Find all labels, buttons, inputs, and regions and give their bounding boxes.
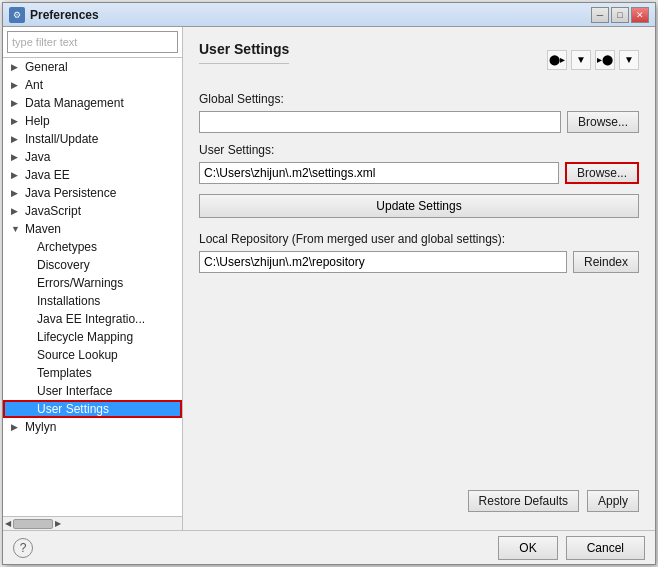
cancel-button[interactable]: Cancel (566, 536, 645, 560)
close-button[interactable]: ✕ (631, 7, 649, 23)
sidebar-item-source-lookup[interactable]: Source Lookup (3, 346, 182, 364)
reindex-button[interactable]: Reindex (573, 251, 639, 273)
sidebar-item-label: Mylyn (25, 420, 56, 434)
sidebar-item-mylyn[interactable]: ▶ Mylyn (3, 418, 182, 436)
footer: ? OK Cancel (3, 530, 655, 564)
arrow-icon: ▶ (11, 80, 23, 90)
arrow-icon: ▶ (11, 188, 23, 198)
arrow-icon (23, 242, 35, 252)
sidebar-item-label: Archetypes (37, 240, 97, 254)
apply-button[interactable]: Apply (587, 490, 639, 512)
arrow-icon: ▶ (11, 62, 23, 72)
sidebar-item-label: General (25, 60, 68, 74)
sidebar-item-label: Java Persistence (25, 186, 116, 200)
user-settings-input[interactable] (199, 162, 559, 184)
sidebar-item-label: Help (25, 114, 50, 128)
sidebar-item-label: Ant (25, 78, 43, 92)
scroll-left-icon[interactable]: ◀ (5, 519, 11, 528)
titlebar-buttons: ─ □ ✕ (591, 7, 649, 23)
browse-global-button[interactable]: Browse... (567, 111, 639, 133)
sidebar-item-label: Java (25, 150, 50, 164)
sidebar-item-maven[interactable]: ▼ Maven (3, 220, 182, 238)
panel-title: User Settings (199, 41, 289, 64)
local-repo-label: Local Repository (From merged user and g… (199, 232, 639, 246)
global-settings-row: Browse... (199, 111, 639, 133)
user-settings-row: Browse... (199, 162, 639, 184)
sidebar-item-label: Installations (37, 294, 100, 308)
sidebar-item-installations[interactable]: Installations (3, 292, 182, 310)
sidebar-item-label: Java EE (25, 168, 70, 182)
titlebar: ⚙ Preferences ─ □ ✕ (3, 3, 655, 27)
help-icon: ? (20, 541, 27, 555)
sidebar-item-java-persistence[interactable]: ▶ Java Persistence (3, 184, 182, 202)
sidebar-item-install-update[interactable]: ▶ Install/Update (3, 130, 182, 148)
minimize-button[interactable]: ─ (591, 7, 609, 23)
sidebar-item-label: Discovery (37, 258, 90, 272)
sidebar-item-label: Data Management (25, 96, 124, 110)
arrow-icon: ▶ (11, 98, 23, 108)
sidebar-item-label: Errors/Warnings (37, 276, 123, 290)
sidebar-item-label: User Interface (37, 384, 112, 398)
sidebar-item-ant[interactable]: ▶ Ant (3, 76, 182, 94)
arrow-icon (23, 260, 35, 270)
arrow-icon (23, 350, 35, 360)
sidebar-item-discovery[interactable]: Discovery (3, 256, 182, 274)
scroll-right-icon[interactable]: ▶ (55, 519, 61, 528)
sidebar-item-label: Install/Update (25, 132, 98, 146)
nav-forward-dropdown-button[interactable]: ▼ (619, 50, 639, 70)
sidebar-item-archetypes[interactable]: Archetypes (3, 238, 182, 256)
arrow-icon (23, 314, 35, 324)
sidebar-item-user-settings[interactable]: User Settings (3, 400, 182, 418)
browse-user-button[interactable]: Browse... (565, 162, 639, 184)
arrow-icon: ▼ (11, 224, 23, 234)
help-button[interactable]: ? (13, 538, 33, 558)
ok-button[interactable]: OK (498, 536, 557, 560)
sidebar: ▶ General ▶ Ant ▶ Data Management ▶ Help… (3, 27, 183, 530)
arrow-icon (23, 278, 35, 288)
filter-input[interactable] (7, 31, 178, 53)
tree: ▶ General ▶ Ant ▶ Data Management ▶ Help… (3, 58, 182, 516)
filter-box (3, 27, 182, 58)
nav-forward-button[interactable]: ▸⬤ (595, 50, 615, 70)
nav-dropdown-button[interactable]: ▼ (571, 50, 591, 70)
sidebar-item-label: Maven (25, 222, 61, 236)
sidebar-item-label: Lifecycle Mapping (37, 330, 133, 344)
local-repo-row: Reindex (199, 251, 639, 273)
sidebar-item-lifecycle-mapping[interactable]: Lifecycle Mapping (3, 328, 182, 346)
sidebar-item-templates[interactable]: Templates (3, 364, 182, 382)
sidebar-item-label: JavaScript (25, 204, 81, 218)
arrow-icon (23, 332, 35, 342)
global-settings-label: Global Settings: (199, 92, 639, 106)
sidebar-item-java-ee-integration[interactable]: Java EE Integratio... (3, 310, 182, 328)
update-settings-button[interactable]: Update Settings (199, 194, 639, 218)
sidebar-item-user-interface[interactable]: User Interface (3, 382, 182, 400)
main-panel: User Settings ⬤▸ ▼ ▸⬤ ▼ Global Settings:… (183, 27, 655, 530)
scroll-thumb[interactable] (13, 519, 53, 529)
sidebar-item-errors-warnings[interactable]: Errors/Warnings (3, 274, 182, 292)
window-icon: ⚙ (9, 7, 25, 23)
sidebar-item-label: Source Lookup (37, 348, 118, 362)
bottom-buttons: Restore Defaults Apply (199, 482, 639, 516)
arrow-icon: ▶ (11, 134, 23, 144)
restore-defaults-button[interactable]: Restore Defaults (468, 490, 579, 512)
maximize-button[interactable]: □ (611, 7, 629, 23)
nav-back-button[interactable]: ⬤▸ (547, 50, 567, 70)
preferences-window: ⚙ Preferences ─ □ ✕ ▶ General ▶ Ant (2, 2, 656, 565)
sidebar-item-javascript[interactable]: ▶ JavaScript (3, 202, 182, 220)
sidebar-item-java-ee[interactable]: ▶ Java EE (3, 166, 182, 184)
sidebar-item-label: User Settings (37, 402, 109, 416)
arrow-icon (23, 404, 35, 414)
sidebar-item-data-management[interactable]: ▶ Data Management (3, 94, 182, 112)
sidebar-item-general[interactable]: ▶ General (3, 58, 182, 76)
arrow-icon: ▶ (11, 206, 23, 216)
arrow-icon (23, 386, 35, 396)
arrow-icon: ▶ (11, 170, 23, 180)
arrow-icon: ▶ (11, 422, 23, 432)
local-repo-input[interactable] (199, 251, 567, 273)
sidebar-item-help[interactable]: ▶ Help (3, 112, 182, 130)
arrow-icon (23, 368, 35, 378)
nav-buttons: ⬤▸ ▼ ▸⬤ ▼ (547, 50, 639, 70)
horizontal-scrollbar[interactable]: ◀ ▶ (3, 516, 182, 530)
sidebar-item-java[interactable]: ▶ Java (3, 148, 182, 166)
global-settings-input[interactable] (199, 111, 561, 133)
